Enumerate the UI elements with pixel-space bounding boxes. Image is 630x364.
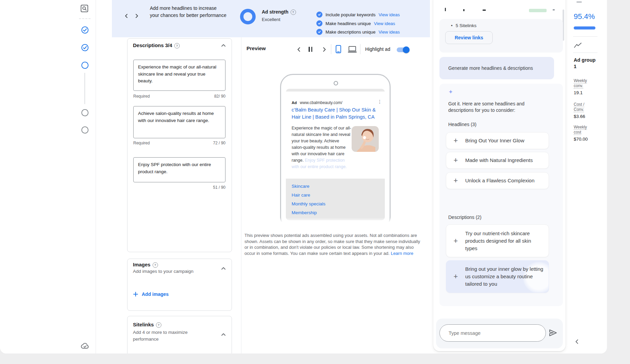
sitelinks-section: Sitelinks? Add 4 or more to maximize per… (127, 316, 232, 353)
rail-divider (573, 53, 597, 53)
add-images-label: Add images (142, 291, 169, 297)
plus-icon: + (446, 237, 465, 245)
sitelinks-title: Sitelinks? (133, 322, 161, 328)
ad-url-row: Ad www.cbalmbeauty.com/ (292, 100, 342, 105)
add-images-button[interactable]: Add images (133, 291, 169, 297)
chat-message-input[interactable] (439, 324, 546, 342)
ad-sitelink[interactable]: Skincare (292, 184, 310, 189)
sitelinks-subtitle: Add 4 or more to maximize performance (133, 329, 199, 343)
char-counter: 82/ 90 (214, 94, 225, 99)
phone-mockup: Ad www.cbalmbeauty.com/ ⋮ c’Balm Beauty … (280, 74, 391, 223)
step-current[interactable] (81, 62, 88, 69)
laptop-icon (348, 46, 357, 53)
suggestion-row: Make descriptions unique View ideas (316, 29, 400, 35)
suggestion-label: Make descriptions unique (326, 29, 375, 35)
ad-preview-step-icon[interactable] (80, 4, 89, 14)
metric-weekly-conv: Weekly conv. 19.1 (574, 78, 593, 95)
step-completed-2[interactable] (81, 44, 88, 51)
desktop-preview-button[interactable] (348, 46, 357, 53)
metric-weekly-cost: Weekly cost $70.00 (574, 125, 593, 142)
step-pending-1[interactable] (81, 109, 88, 116)
suggestion-label: Make headlines unique (326, 21, 371, 26)
mobile-preview-button[interactable] (336, 45, 341, 53)
preview-next-button[interactable] (321, 46, 328, 53)
help-icon[interactable]: ? (156, 322, 161, 328)
ad-headline-link[interactable]: c’Balm Beauty Care | Shop Our Skin & Hai… (292, 106, 381, 121)
ad-sitelink[interactable]: Membership (292, 210, 317, 215)
ad-badge: Ad (292, 101, 297, 105)
chevron-up-icon (220, 42, 227, 49)
chevron-right-icon (134, 13, 140, 19)
metric-label[interactable]: Weekly conv. (574, 78, 593, 88)
ad-kebab-menu[interactable]: ⋮ (377, 99, 382, 104)
chevron-right-icon (321, 46, 328, 53)
headline-suggestion[interactable]: + Bring Out Your Inner Glow (446, 132, 549, 149)
ad-sitelink[interactable]: Monthly specials (292, 201, 326, 206)
bullet-icon: • (451, 23, 453, 28)
description-meta-2: Required 72 / 90 (133, 141, 225, 145)
chevron-left-icon (574, 338, 580, 345)
step-completed-1[interactable] (81, 26, 88, 34)
view-ideas-link[interactable]: View ideas (378, 29, 400, 35)
panel-divider (96, 0, 96, 353)
help-icon[interactable]: ? (174, 43, 180, 48)
required-label: Required (133, 141, 150, 145)
banner-message: Add more headlines to increase your chan… (150, 5, 227, 19)
preview-prev-button[interactable] (296, 46, 302, 53)
preview-pause-button[interactable] (309, 47, 312, 52)
description-suggestion-highlighted[interactable]: + Bring out your inner glow by letting u… (446, 260, 549, 293)
description-input-2[interactable]: Achieve salon-quality results at home wi… (133, 106, 225, 138)
performance-chart-button[interactable] (574, 42, 583, 49)
phone-fade (280, 218, 391, 223)
banner-prev-button[interactable] (123, 13, 130, 19)
collapse-descriptions-button[interactable] (220, 42, 227, 49)
help-icon[interactable]: ? (291, 9, 296, 15)
review-links-button[interactable]: Review links (445, 31, 493, 44)
check-icon (82, 27, 88, 33)
plus-icon: + (446, 272, 465, 281)
send-button[interactable] (547, 327, 559, 339)
help-icon[interactable]: ? (153, 262, 158, 268)
view-ideas-link[interactable]: View ideas (374, 21, 395, 26)
clipped-rail-fragment (576, 1, 582, 3)
sparkle-icon: ✦ (448, 88, 453, 96)
chevron-up-icon (220, 265, 227, 272)
metric-value: $3.66 (574, 114, 593, 119)
document-search-icon (80, 4, 89, 13)
metric-label[interactable]: Weekly cost (574, 125, 593, 135)
collapse-sitelinks-button[interactable] (220, 331, 227, 338)
collapse-images-button[interactable] (220, 265, 227, 272)
ad-card: Ad www.cbalmbeauty.com/ ⋮ c’Balm Beauty … (286, 92, 385, 179)
ad-sitelink[interactable]: Hair care (292, 193, 310, 198)
ad-image (352, 126, 379, 152)
metric-label[interactable]: Cost / Conv. (574, 102, 593, 112)
descriptions-section: Descriptions 3/4? Experience the magic o… (127, 38, 232, 252)
images-title: Images? (133, 262, 158, 268)
plus-icon: + (446, 136, 465, 145)
rail-divider (573, 36, 597, 37)
generate-more-chip[interactable]: Generate more headlines & descriptions (439, 57, 554, 79)
headline-suggestion[interactable]: + Unlock a Flawless Complexion (446, 172, 549, 189)
collapse-rail-button[interactable] (574, 338, 580, 345)
highlight-ad-toggle[interactable] (397, 47, 409, 52)
plus-icon: + (446, 176, 465, 185)
step-pending-2[interactable] (81, 126, 88, 134)
line-chart-icon (574, 42, 583, 49)
suggestion-row: Include popular keywords View ideas (316, 12, 400, 18)
banner-next-button[interactable] (134, 13, 140, 19)
preview-disclaimer: This preview shows potential ads assembl… (244, 232, 422, 256)
sitelinks-summary: • 5 Sitelinks (451, 23, 476, 28)
view-ideas-link[interactable]: View ideas (378, 12, 400, 17)
ad-strength-banner: Add more headlines to increase your chan… (112, 0, 430, 37)
description-meta-1: Required 82/ 90 (133, 94, 225, 99)
headline-suggestion[interactable]: + Made with Natural Ingredients (446, 152, 549, 169)
cloud-check-icon (81, 342, 90, 350)
learn-more-link[interactable]: Learn more (391, 251, 413, 256)
char-counter: 51 / 90 (213, 185, 225, 190)
description-input-3[interactable]: Enjoy SPF protection with our entire pro… (133, 157, 225, 182)
description-input-1[interactable]: Experience the magic of our all-natural … (133, 60, 225, 91)
optimization-score: 95.4% (574, 12, 595, 21)
chevron-up-icon (220, 331, 227, 338)
stepper-divider (79, 18, 91, 19)
description-suggestion[interactable]: + Try our nutrient-rich skincare product… (446, 224, 549, 257)
